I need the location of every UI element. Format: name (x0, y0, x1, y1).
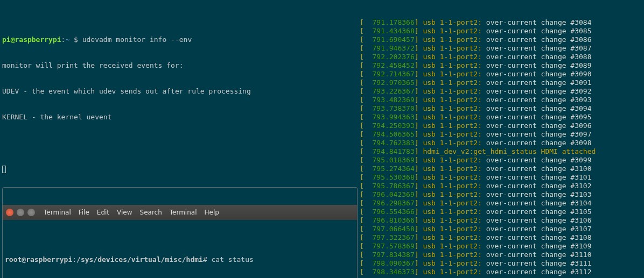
log-line: [ 797.322367] usb 1-1-port2: over-curren… (360, 233, 642, 242)
output-line: KERNEL - the kernel uevent (2, 113, 355, 122)
log-line: [ 794.250393] usb 1-1-port2: over-curren… (360, 122, 642, 130)
log-line: [ 793.226367] usb 1-1-port2: over-curren… (360, 87, 642, 96)
log-line: [ 791.434368] usb 1-1-port2: over-curren… (360, 27, 642, 35)
blank-line (2, 139, 355, 147)
log-line: [ 791.178366] usb 1-1-port2: over-curren… (360, 18, 642, 27)
menu-item-terminal[interactable]: Terminal (44, 208, 71, 217)
cursor-icon (2, 166, 6, 173)
cursor-line (2, 165, 355, 173)
log-line: [ 792.970365] usb 1-1-port2: over-curren… (360, 79, 642, 87)
log-line: [ 797.834387] usb 1-1-port2: over-curren… (360, 251, 642, 259)
prompt-user: pi@raspberrypi (2, 35, 61, 44)
maximize-icon[interactable] (27, 209, 35, 216)
log-line: [ 794.762383] usb 1-1-port2: over-curren… (360, 139, 642, 147)
prompt-user: root@raspberrypi (5, 255, 72, 263)
log-line: [ 796.298367] usb 1-1-port2: over-curren… (360, 199, 642, 208)
log-line: [ 794.506365] usb 1-1-port2: over-curren… (360, 130, 642, 139)
log-line: [ 793.994363] usb 1-1-port2: over-curren… (360, 113, 642, 122)
menubar[interactable]: TerminalFileEditViewSearchTerminalHelp (44, 208, 219, 217)
log-line: [ 798.346373] usb 1-1-port2: over-curren… (360, 268, 642, 276)
log-line: [ 795.530368] usb 1-1-port2: over-curren… (360, 173, 642, 182)
prompt-dollar: $ (69, 35, 82, 44)
output-line: monitor will print the received events f… (2, 61, 355, 70)
log-line: [ 798.090367] usb 1-1-port2: over-curren… (360, 259, 642, 268)
titlebar[interactable]: TerminalFileEditViewSearchTerminalHelp (3, 205, 357, 220)
prompt-line: pi@raspberrypi:~ $ udevadm monitor info … (2, 35, 355, 44)
terminal-bottom-body[interactable]: root@raspberrypi:/sys/devices/virtual/mi… (3, 237, 357, 278)
output-line: UDEV - the event which udev sends out af… (2, 87, 355, 96)
log-line: [ 794.841783] hdmi_dev_v2:get_hdmi_statu… (360, 147, 642, 156)
terminal-top-left-body[interactable]: pi@raspberrypi:~ $ udevadm monitor info … (0, 17, 358, 191)
log-line: [ 797.066458] usb 1-1-port2: over-curren… (360, 225, 642, 233)
log-line: [ 791.690457] usb 1-1-port2: over-curren… (360, 35, 642, 44)
prompt-sep: : (72, 255, 76, 263)
log-line: [ 791.946372] usb 1-1-port2: over-curren… (360, 44, 642, 53)
terminal-right[interactable]: [ 791.178366] usb 1-1-port2: over-curren… (358, 0, 644, 278)
prompt-path: /sys/devices/virtual/misc/hdmi (76, 255, 203, 263)
command-text: udevadm monitor info --env (82, 35, 192, 44)
prompt-line: root@raspberrypi:/sys/devices/virtual/mi… (5, 255, 355, 264)
close-icon[interactable] (6, 209, 13, 216)
menu-item-help[interactable]: Help (205, 208, 219, 217)
command-text: cat status (212, 255, 254, 263)
log-line: [ 797.578369] usb 1-1-port2: over-curren… (360, 242, 642, 251)
log-line: [ 792.458452] usb 1-1-port2: over-curren… (360, 61, 642, 70)
menu-item-view[interactable]: View (117, 208, 132, 217)
log-line: [ 793.738370] usb 1-1-port2: over-curren… (360, 104, 642, 113)
log-line: [ 795.786367] usb 1-1-port2: over-curren… (360, 182, 642, 190)
log-line: [ 796.810366] usb 1-1-port2: over-curren… (360, 216, 642, 225)
menu-item-edit[interactable]: Edit (97, 208, 109, 217)
menu-item-search[interactable]: Search (140, 208, 162, 217)
log-line: [ 792.714367] usb 1-1-port2: over-curren… (360, 70, 642, 79)
menu-item-file[interactable]: File (79, 208, 89, 217)
log-line: [ 793.482369] usb 1-1-port2: over-curren… (360, 96, 642, 104)
log-line: [ 795.274364] usb 1-1-port2: over-curren… (360, 165, 642, 173)
menu-item-terminal[interactable]: Terminal (170, 208, 197, 217)
terminal-right-body[interactable]: [ 791.178366] usb 1-1-port2: over-curren… (358, 17, 644, 277)
log-line: [ 796.554366] usb 1-1-port2: over-curren… (360, 208, 642, 216)
prompt-hash: # (203, 255, 212, 263)
terminal-bottom-window[interactable]: TerminalFileEditViewSearchTerminalHelp r… (2, 187, 358, 278)
log-line: [ 795.018369] usb 1-1-port2: over-curren… (360, 156, 642, 165)
minimize-icon[interactable] (17, 209, 24, 216)
log-line: [ 792.202376] usb 1-1-port2: over-curren… (360, 53, 642, 61)
log-line: [ 796.042369] usb 1-1-port2: over-curren… (360, 190, 642, 199)
